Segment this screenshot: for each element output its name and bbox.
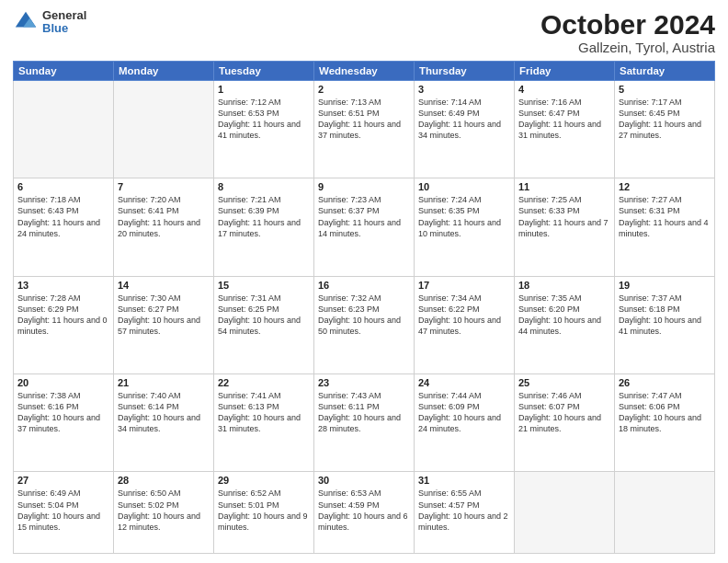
day-cell: 25Sunrise: 7:46 AMSunset: 6:07 PMDayligh… <box>515 374 615 472</box>
day-number: 5 <box>619 84 711 95</box>
weekday-thursday: Thursday <box>415 62 515 81</box>
day-cell <box>615 472 715 554</box>
day-cell: 30Sunrise: 6:53 AMSunset: 4:59 PMDayligh… <box>314 472 415 554</box>
day-cell: 9Sunrise: 7:23 AMSunset: 6:37 PMDaylight… <box>314 178 415 276</box>
day-cell <box>14 81 114 178</box>
day-info: Sunrise: 6:49 AMSunset: 5:04 PMDaylight:… <box>17 488 109 533</box>
weekday-saturday: Saturday <box>615 62 715 81</box>
day-number: 7 <box>118 181 210 192</box>
day-info: Sunrise: 7:27 AMSunset: 6:31 PMDaylight:… <box>619 194 711 239</box>
header: General Blue October 2024 Gallzein, Tyro… <box>13 9 715 55</box>
day-info: Sunrise: 7:44 AMSunset: 6:09 PMDaylight:… <box>418 390 510 435</box>
title-block: October 2024 Gallzein, Tyrol, Austria <box>540 9 715 55</box>
calendar-header: SundayMondayTuesdayWednesdayThursdayFrid… <box>14 62 715 81</box>
calendar-table: SundayMondayTuesdayWednesdayThursdayFrid… <box>13 61 715 554</box>
day-number: 18 <box>518 280 610 291</box>
day-cell: 7Sunrise: 7:20 AMSunset: 6:41 PMDaylight… <box>114 178 214 276</box>
day-number: 1 <box>218 84 310 95</box>
day-cell: 24Sunrise: 7:44 AMSunset: 6:09 PMDayligh… <box>415 374 515 472</box>
day-number: 3 <box>418 84 510 95</box>
day-number: 25 <box>518 377 610 388</box>
day-cell: 11Sunrise: 7:25 AMSunset: 6:33 PMDayligh… <box>515 178 615 276</box>
day-number: 2 <box>318 84 410 95</box>
day-info: Sunrise: 7:47 AMSunset: 6:06 PMDaylight:… <box>619 390 711 435</box>
day-number: 27 <box>17 475 109 486</box>
day-cell: 5Sunrise: 7:17 AMSunset: 6:45 PMDaylight… <box>615 81 715 178</box>
week-row: 1Sunrise: 7:12 AMSunset: 6:53 PMDaylight… <box>14 81 715 178</box>
day-number: 9 <box>318 181 410 192</box>
day-info: Sunrise: 7:31 AMSunset: 6:25 PMDaylight:… <box>218 293 310 338</box>
weekday-sunday: Sunday <box>14 62 114 81</box>
day-cell: 23Sunrise: 7:43 AMSunset: 6:11 PMDayligh… <box>314 374 415 472</box>
day-cell: 21Sunrise: 7:40 AMSunset: 6:14 PMDayligh… <box>114 374 214 472</box>
day-info: Sunrise: 7:34 AMSunset: 6:22 PMDaylight:… <box>418 293 510 338</box>
day-info: Sunrise: 7:13 AMSunset: 6:51 PMDaylight:… <box>318 97 410 142</box>
week-row: 20Sunrise: 7:38 AMSunset: 6:16 PMDayligh… <box>14 374 715 472</box>
day-cell: 12Sunrise: 7:27 AMSunset: 6:31 PMDayligh… <box>615 178 715 276</box>
day-info: Sunrise: 6:53 AMSunset: 4:59 PMDaylight:… <box>318 488 410 533</box>
logo-general: General <box>42 9 86 22</box>
day-number: 4 <box>518 84 610 95</box>
calendar-subtitle: Gallzein, Tyrol, Austria <box>540 40 715 55</box>
day-info: Sunrise: 7:43 AMSunset: 6:11 PMDaylight:… <box>318 390 410 435</box>
day-number: 24 <box>418 377 510 388</box>
day-cell: 17Sunrise: 7:34 AMSunset: 6:22 PMDayligh… <box>415 276 515 373</box>
day-info: Sunrise: 7:14 AMSunset: 6:49 PMDaylight:… <box>418 97 510 142</box>
day-cell: 10Sunrise: 7:24 AMSunset: 6:35 PMDayligh… <box>415 178 515 276</box>
day-cell <box>515 472 615 554</box>
day-cell: 6Sunrise: 7:18 AMSunset: 6:43 PMDaylight… <box>14 178 114 276</box>
day-info: Sunrise: 7:40 AMSunset: 6:14 PMDaylight:… <box>118 390 210 435</box>
logo-icon <box>13 9 39 35</box>
day-info: Sunrise: 7:12 AMSunset: 6:53 PMDaylight:… <box>218 97 310 142</box>
day-number: 10 <box>418 181 510 192</box>
calendar-body: 1Sunrise: 7:12 AMSunset: 6:53 PMDaylight… <box>14 81 715 554</box>
day-cell: 14Sunrise: 7:30 AMSunset: 6:27 PMDayligh… <box>114 276 214 373</box>
day-info: Sunrise: 7:21 AMSunset: 6:39 PMDaylight:… <box>218 194 310 239</box>
calendar-title: October 2024 <box>540 9 715 40</box>
day-cell: 3Sunrise: 7:14 AMSunset: 6:49 PMDaylight… <box>415 81 515 178</box>
week-row: 6Sunrise: 7:18 AMSunset: 6:43 PMDaylight… <box>14 178 715 276</box>
day-cell: 31Sunrise: 6:55 AMSunset: 4:57 PMDayligh… <box>415 472 515 554</box>
day-number: 19 <box>619 280 711 291</box>
day-number: 28 <box>118 475 210 486</box>
day-cell: 8Sunrise: 7:21 AMSunset: 6:39 PMDaylight… <box>214 178 314 276</box>
day-number: 15 <box>218 280 310 291</box>
day-info: Sunrise: 7:30 AMSunset: 6:27 PMDaylight:… <box>118 293 210 338</box>
day-info: Sunrise: 7:35 AMSunset: 6:20 PMDaylight:… <box>518 293 610 338</box>
day-number: 26 <box>619 377 711 388</box>
day-cell: 26Sunrise: 7:47 AMSunset: 6:06 PMDayligh… <box>615 374 715 472</box>
day-cell: 27Sunrise: 6:49 AMSunset: 5:04 PMDayligh… <box>14 472 114 554</box>
weekday-wednesday: Wednesday <box>314 62 415 81</box>
day-number: 14 <box>118 280 210 291</box>
day-number: 6 <box>17 181 109 192</box>
weekday-friday: Friday <box>515 62 615 81</box>
weekday-header-row: SundayMondayTuesdayWednesdayThursdayFrid… <box>14 62 715 81</box>
page: General Blue October 2024 Gallzein, Tyro… <box>0 0 728 563</box>
day-info: Sunrise: 7:17 AMSunset: 6:45 PMDaylight:… <box>619 97 711 142</box>
day-number: 20 <box>17 377 109 388</box>
day-number: 22 <box>218 377 310 388</box>
day-cell: 4Sunrise: 7:16 AMSunset: 6:47 PMDaylight… <box>515 81 615 178</box>
day-cell: 2Sunrise: 7:13 AMSunset: 6:51 PMDaylight… <box>314 81 415 178</box>
day-info: Sunrise: 7:37 AMSunset: 6:18 PMDaylight:… <box>619 293 711 338</box>
day-cell: 13Sunrise: 7:28 AMSunset: 6:29 PMDayligh… <box>14 276 114 373</box>
week-row: 27Sunrise: 6:49 AMSunset: 5:04 PMDayligh… <box>14 472 715 554</box>
day-cell: 22Sunrise: 7:41 AMSunset: 6:13 PMDayligh… <box>214 374 314 472</box>
day-number: 16 <box>318 280 410 291</box>
logo: General Blue <box>13 9 86 36</box>
day-number: 21 <box>118 377 210 388</box>
day-number: 13 <box>17 280 109 291</box>
day-cell: 20Sunrise: 7:38 AMSunset: 6:16 PMDayligh… <box>14 374 114 472</box>
week-row: 13Sunrise: 7:28 AMSunset: 6:29 PMDayligh… <box>14 276 715 373</box>
day-number: 17 <box>418 280 510 291</box>
day-info: Sunrise: 7:32 AMSunset: 6:23 PMDaylight:… <box>318 293 410 338</box>
day-cell: 29Sunrise: 6:52 AMSunset: 5:01 PMDayligh… <box>214 472 314 554</box>
day-info: Sunrise: 7:24 AMSunset: 6:35 PMDaylight:… <box>418 194 510 239</box>
day-cell <box>114 81 214 178</box>
day-info: Sunrise: 7:25 AMSunset: 6:33 PMDaylight:… <box>518 194 610 239</box>
day-cell: 18Sunrise: 7:35 AMSunset: 6:20 PMDayligh… <box>515 276 615 373</box>
day-info: Sunrise: 6:52 AMSunset: 5:01 PMDaylight:… <box>218 488 310 533</box>
day-number: 8 <box>218 181 310 192</box>
day-cell: 28Sunrise: 6:50 AMSunset: 5:02 PMDayligh… <box>114 472 214 554</box>
day-info: Sunrise: 7:46 AMSunset: 6:07 PMDaylight:… <box>518 390 610 435</box>
